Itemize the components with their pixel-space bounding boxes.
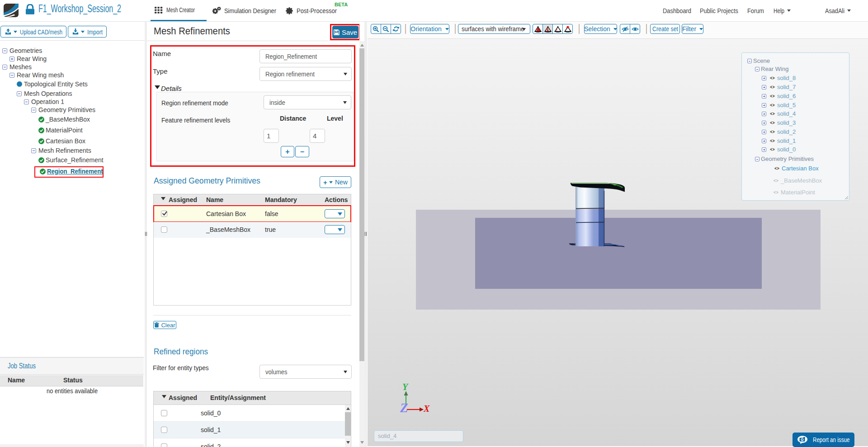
svg-text:Y: Y: [402, 382, 409, 392]
svg-text:X: X: [423, 404, 430, 414]
svg-text:Z: Z: [400, 400, 408, 415]
